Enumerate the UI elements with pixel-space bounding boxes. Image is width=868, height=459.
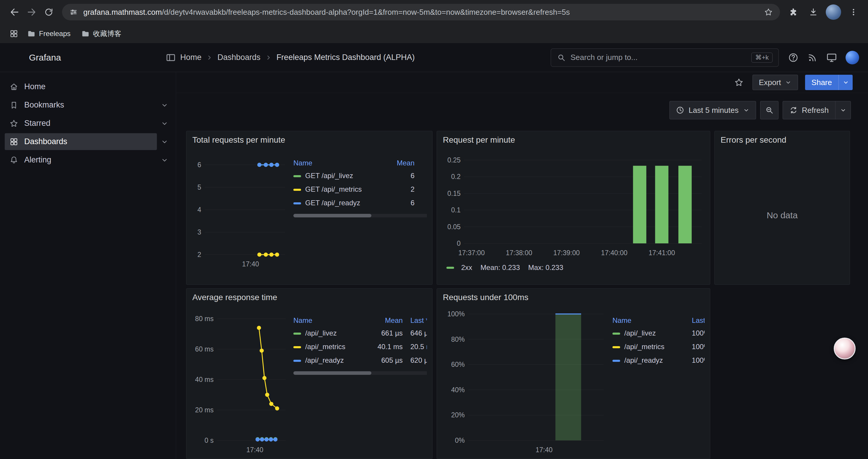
panel-average-response-time: Average response time 0 s20 ms40 ms60 ms…: [186, 288, 433, 459]
legend-mean-value: Mean: 0.233: [480, 263, 520, 272]
sidebar-link-home[interactable]: Home: [5, 78, 172, 95]
time-range-picker[interactable]: Last 5 minutes: [670, 101, 756, 119]
panel-requests-under-100ms: Requests under 100ms 0%20%40%60%80%100%1…: [437, 288, 710, 459]
bookmark-item-blog[interactable]: 收藏博客: [77, 27, 126, 41]
legend-series-name[interactable]: GET /api/_readyz: [293, 196, 367, 210]
scrollbar-thumb[interactable]: [293, 371, 371, 375]
legend-series-name[interactable]: /api/_livez: [613, 326, 675, 340]
grafana-header: Grafana Home Dashboards Freeleaps Metric…: [0, 43, 868, 72]
sidebar-link-alerting[interactable]: Alerting: [5, 152, 157, 168]
browser-back-button[interactable]: [6, 4, 23, 21]
share-button[interactable]: Share: [805, 75, 838, 90]
browser-forward-button[interactable]: [23, 4, 40, 21]
panel-errors-per-second: Errors per second No data: [714, 131, 850, 285]
export-button[interactable]: Export: [752, 75, 798, 90]
legend-last-value: 620 µs: [403, 354, 427, 367]
user-avatar[interactable]: [845, 51, 859, 64]
download-icon: [809, 7, 818, 17]
dashboard-toolbar: Export Share: [176, 72, 868, 93]
legend-series-name[interactable]: /api/_livez: [293, 326, 357, 340]
legend-scrollbar[interactable]: [293, 371, 427, 375]
zoom-out-button[interactable]: [760, 101, 778, 119]
news-rss-icon[interactable]: [807, 52, 818, 63]
home-icon: [9, 83, 18, 91]
refresh-button[interactable]: Refresh: [783, 101, 835, 119]
floating-assistant-avatar[interactable]: [834, 338, 856, 359]
expand-chevron-button[interactable]: [157, 119, 172, 128]
legend-series-name[interactable]: GET /api/_metrics: [293, 183, 367, 196]
scrollbar-thumb[interactable]: [293, 214, 371, 218]
legend-header-last[interactable]: Last *: [675, 315, 705, 326]
sidebar-link-starred[interactable]: Starred: [5, 115, 157, 132]
extensions-button[interactable]: [785, 4, 802, 21]
legend: Name Last * /api/_livez 100% /api/_metri…: [608, 315, 705, 456]
expand-chevron-button[interactable]: [157, 101, 172, 109]
site-controls-icon[interactable]: [69, 8, 78, 17]
svg-text:2: 2: [197, 251, 201, 258]
sidebar-link-bookmarks[interactable]: Bookmarks: [5, 97, 157, 113]
legend-series-name[interactable]: /api/_readyz: [613, 354, 675, 367]
star-icon: [734, 78, 744, 87]
legend-scrollbar[interactable]: [293, 214, 427, 218]
legend-header-name[interactable]: Name: [293, 157, 367, 169]
legend: 2xx Mean: 0.233 Max: 0.233: [446, 263, 705, 272]
legend-header-last[interactable]: Last *: [403, 315, 427, 326]
browser-menu-button[interactable]: [845, 4, 862, 21]
panel-title[interactable]: Request per minute: [437, 131, 710, 146]
legend-series-name[interactable]: GET /api/_livez: [293, 169, 367, 183]
series-swatch: [293, 346, 301, 348]
svg-text:0.2: 0.2: [451, 173, 461, 181]
breadcrumb-home[interactable]: Home: [180, 53, 202, 62]
svg-text:3: 3: [197, 228, 201, 236]
search-input[interactable]: [570, 53, 747, 62]
grafana-logo[interactable]: [9, 51, 23, 65]
expand-chevron-button[interactable]: [157, 156, 172, 164]
legend-header-name[interactable]: Name: [613, 315, 675, 326]
chevron-down-icon: [160, 138, 169, 146]
panel-total-requests-per-minute: Total requests per minute 6543217:40 Nam…: [186, 131, 433, 285]
sidebar-link-dashboards[interactable]: Dashboards: [5, 133, 157, 150]
browser-toolbar: grafana.mathmast.com/d/deytv4rwavabkb/fr…: [0, 0, 868, 24]
sidebar: Home Bookmarks Starred Dashboards: [0, 72, 176, 459]
legend-series-name[interactable]: /api/_metrics: [613, 340, 675, 354]
url-input[interactable]: grafana.mathmast.com/d/deytv4rwavabkb/fr…: [62, 4, 780, 21]
share-menu-button[interactable]: [838, 75, 852, 90]
apps-shortcut-button[interactable]: [7, 27, 21, 40]
search-icon: [557, 53, 566, 62]
refresh-interval-button[interactable]: [835, 101, 850, 119]
panel-title[interactable]: Total requests per minute: [186, 131, 432, 146]
kebab-menu-icon: [849, 8, 858, 17]
expand-chevron-button[interactable]: [157, 138, 172, 146]
legend-series-name[interactable]: /api/_metrics: [293, 340, 357, 354]
browser-reload-button[interactable]: [40, 4, 57, 21]
mega-menu-toggle-button[interactable]: [165, 52, 176, 63]
legend-header-mean[interactable]: Mean: [357, 315, 403, 326]
panel-request-per-minute: Request per minute 00.050.10.150.20.2517…: [437, 131, 710, 285]
panel-title[interactable]: Errors per second: [715, 131, 850, 146]
svg-text:0 s: 0 s: [205, 436, 214, 444]
monitor-icon[interactable]: [826, 52, 837, 63]
downloads-button[interactable]: [805, 4, 822, 21]
series-swatch: [293, 175, 301, 177]
star-dashboard-button[interactable]: [733, 76, 745, 89]
svg-text:17:40: 17:40: [246, 446, 264, 454]
breadcrumb-dashboards[interactable]: Dashboards: [217, 53, 260, 62]
arrow-right-icon: [27, 7, 37, 17]
svg-text:40 ms: 40 ms: [195, 376, 214, 383]
search-box[interactable]: ⌘+k: [551, 48, 779, 67]
legend-series-name[interactable]: 2xx: [446, 263, 472, 272]
legend-header-mean[interactable]: Mean: [367, 157, 414, 169]
legend-series-name[interactable]: /api/_readyz: [293, 354, 357, 367]
panel-title[interactable]: Average response time: [186, 289, 432, 303]
legend-header-name[interactable]: Name: [293, 315, 357, 326]
browser-profile-button[interactable]: [825, 4, 842, 21]
dashboard-main: Export Share Last 5 minutes Refresh: [176, 72, 868, 459]
bookmark-item-freeleaps[interactable]: Freeleaps: [23, 27, 75, 40]
panel-title[interactable]: Requests under 100ms: [437, 289, 710, 303]
legend-row: /api/_livez 661 µs 646 µs: [293, 326, 427, 340]
help-icon[interactable]: [788, 52, 799, 63]
bookmark-star-icon[interactable]: [764, 8, 773, 17]
svg-text:17:40: 17:40: [242, 260, 259, 268]
svg-text:17:40:00: 17:40:00: [601, 249, 627, 257]
svg-text:0: 0: [457, 239, 461, 247]
